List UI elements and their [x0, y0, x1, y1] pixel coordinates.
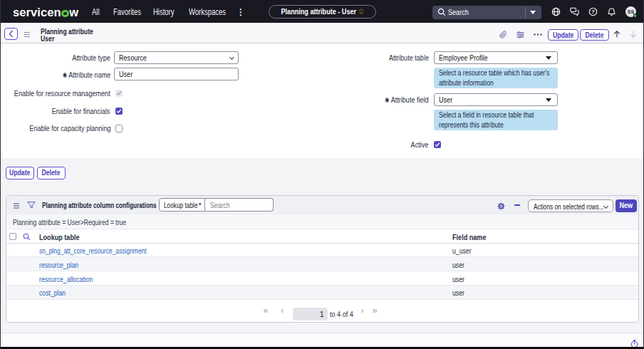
svg-text:?: ? [591, 9, 595, 15]
